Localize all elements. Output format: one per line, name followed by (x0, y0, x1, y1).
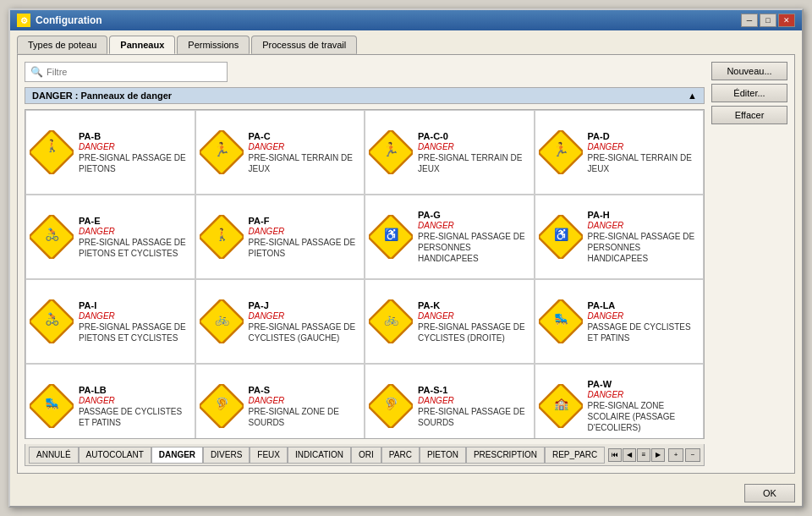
svg-text:🚲: 🚲 (384, 312, 399, 327)
svg-text:🚲: 🚲 (214, 312, 229, 327)
right-panel: Nouveau... Éditer... Effacer (711, 62, 787, 466)
sign-category: DANGER (79, 396, 191, 405)
sign-code: PA-J (249, 300, 361, 310)
list-item[interactable]: 🚲 PA-J DANGER PRE-SIGNAL PASSAGE DE CYCL… (195, 279, 365, 364)
tab-divers[interactable]: DIVERS (203, 447, 250, 464)
sign-image-PA-I: 🚴 (30, 299, 74, 343)
new-button[interactable]: Nouveau... (711, 62, 787, 80)
svg-text:🦻: 🦻 (384, 397, 399, 411)
grid-wrapper: 🚶 PA-B DANGER PRE-SIGNAL PASSAGE DE PIET… (25, 109, 705, 439)
sign-desc: PRE-SIGNAL PASSAGE DE PIETONS (79, 152, 191, 174)
ok-button[interactable]: OK (744, 484, 795, 502)
tab-prescription[interactable]: PRESCRIPTION (466, 447, 545, 464)
sign-category: DANGER (418, 311, 530, 321)
category-title: DANGER : Panneaux de danger (32, 91, 172, 101)
tab-prev-button[interactable]: ◀ (623, 448, 636, 462)
sign-category: DANGER (249, 311, 361, 321)
tab-remove-button[interactable]: − (685, 448, 700, 462)
sign-image-PA-S: 🦻 (200, 384, 244, 428)
sign-desc: PRE-SIGNAL PASSAGE DE PIETONS (249, 237, 361, 259)
svg-text:🚴: 🚴 (45, 312, 60, 327)
sign-code: PA-D (588, 131, 700, 141)
sign-info-PA-S-1: PA-S-1 DANGER PRE-SIGNAL PASSAGE DE SOUR… (418, 385, 530, 428)
sign-image-PA-LA: 🛼 (539, 299, 583, 343)
tab-bar: Types de poteau Panneaux Permissions Pro… (17, 36, 795, 54)
tab-first-button[interactable]: ⏮ (608, 448, 622, 462)
sign-code: PA-G (418, 210, 530, 220)
svg-text:🏫: 🏫 (553, 397, 568, 411)
collapse-icon[interactable]: ▲ (688, 91, 697, 101)
close-button[interactable]: ✕ (778, 14, 795, 27)
list-item[interactable]: 🚴 PA-E DANGER PRE-SIGNAL PASSAGE DE PIET… (25, 195, 195, 279)
sign-desc: PRE-SIGNAL PASSAGE DE SOURDS (418, 406, 530, 428)
tab-rep-parc[interactable]: REP_PARC (545, 447, 605, 464)
list-item[interactable]: 🚶 PA-B DANGER PRE-SIGNAL PASSAGE DE PIET… (25, 110, 195, 195)
list-item[interactable]: 🏃 PA-D DANGER PRE-SIGNAL TERRAIN DE JEUX (535, 110, 705, 195)
sign-info-PA-B: PA-B DANGER PRE-SIGNAL PASSAGE DE PIETON… (79, 131, 191, 174)
tab-processus-de-travail[interactable]: Processus de travail (251, 36, 357, 54)
list-item[interactable]: 🚶 PA-F DANGER PRE-SIGNAL PASSAGE DE PIET… (195, 195, 365, 279)
sign-info-PA-G: PA-G DANGER PRE-SIGNAL PASSAGE DE PERSON… (418, 210, 530, 264)
tab-autocolant[interactable]: AUTOCOLANT (79, 447, 151, 464)
list-item[interactable]: 🏃 PA-C-0 DANGER PRE-SIGNAL TERRAIN DE JE… (365, 110, 535, 195)
list-item[interactable]: 🦻 PA-S DANGER PRE-SIGNAL ZONE DE SOURDS (195, 364, 365, 439)
sign-desc: PRE-SIGNAL TERRAIN DE JEUX (588, 152, 700, 174)
tab-indication[interactable]: INDICATION (288, 447, 351, 464)
sign-desc: PRE-SIGNAL PASSAGE DE PIETONS ET CYCLIST… (79, 237, 191, 259)
sign-image-PA-B: 🚶 (30, 130, 74, 174)
sign-info-PA-F: PA-F DANGER PRE-SIGNAL PASSAGE DE PIETON… (249, 216, 361, 259)
svg-rect-0 (30, 130, 74, 174)
tab-parc[interactable]: PARC (381, 447, 420, 464)
sign-info-PA-I: PA-I DANGER PRE-SIGNAL PASSAGE DE PIETON… (79, 300, 191, 343)
tab-ori[interactable]: ORI (351, 447, 381, 464)
sign-info-PA-C-0: PA-C-0 DANGER PRE-SIGNAL TERRAIN DE JEUX (418, 131, 530, 174)
svg-text:🦻: 🦻 (214, 397, 229, 411)
sign-info-PA-W: PA-W DANGER PRE-SIGNAL ZONE SCOLAIRE (PA… (588, 379, 700, 433)
tab-list-button[interactable]: ≡ (637, 448, 650, 462)
category-header: DANGER : Panneaux de danger ▲ (25, 87, 705, 104)
title-bar: ⚙ Configuration ─ □ ✕ (10, 10, 802, 30)
delete-button[interactable]: Effacer (711, 106, 787, 124)
list-item[interactable]: 🛼 PA-LB DANGER PASSAGE DE CYCLISTES ET P… (25, 364, 195, 439)
list-item[interactable]: 🏫 PA-W DANGER PRE-SIGNAL ZONE SCOLAIRE (… (535, 364, 705, 439)
list-item[interactable]: 🏃 PA-C DANGER PRE-SIGNAL TERRAIN DE JEUX (195, 110, 365, 195)
sign-desc: PRE-SIGNAL TERRAIN DE JEUX (418, 152, 530, 174)
svg-text:🚴: 🚴 (45, 228, 60, 242)
list-item[interactable]: 🚴 PA-I DANGER PRE-SIGNAL PASSAGE DE PIET… (25, 279, 195, 364)
sign-code: PA-B (79, 131, 191, 141)
tab-pieton[interactable]: PIETON (420, 447, 466, 464)
app-icon: ⚙ (17, 14, 30, 27)
sign-category: DANGER (418, 396, 530, 405)
tab-annule[interactable]: ANNULÉ (29, 447, 79, 464)
minimize-button[interactable]: ─ (741, 14, 758, 27)
tab-permissions[interactable]: Permissions (177, 36, 250, 54)
tab-panneaux[interactable]: Panneaux (109, 36, 175, 54)
sign-code: PA-W (588, 379, 700, 389)
tab-feux[interactable]: FEUX (250, 447, 288, 464)
main-panel: 🔍 DANGER : Panneaux de danger ▲ (17, 54, 795, 474)
title-bar-controls: ─ □ ✕ (741, 14, 795, 27)
list-item[interactable]: ♿ PA-G DANGER PRE-SIGNAL PASSAGE DE PERS… (365, 195, 535, 279)
tab-add-button[interactable]: + (668, 448, 683, 462)
tab-types-de-poteau[interactable]: Types de poteau (17, 36, 107, 54)
sign-code: PA-LB (79, 385, 191, 395)
tab-danger[interactable]: DANGER (151, 447, 203, 464)
edit-button[interactable]: Éditer... (711, 84, 787, 102)
search-input[interactable] (47, 67, 222, 77)
sign-category: DANGER (588, 390, 700, 399)
list-item[interactable]: 🦻 PA-S-1 DANGER PRE-SIGNAL PASSAGE DE SO… (365, 364, 535, 439)
title-bar-left: ⚙ Configuration (17, 14, 102, 27)
list-item[interactable]: 🛼 PA-LA DANGER PASSAGE DE CYCLISTES ET P… (535, 279, 705, 364)
sign-code: PA-C-0 (418, 131, 530, 141)
maximize-button[interactable]: □ (760, 14, 776, 27)
sign-category: DANGER (588, 142, 700, 151)
sign-desc: PRE-SIGNAL ZONE DE SOURDS (249, 406, 361, 428)
svg-text:🏃: 🏃 (552, 141, 569, 157)
sign-desc: PASSAGE DE CYCLISTES ET PATINS (79, 406, 191, 428)
sign-category: DANGER (79, 311, 191, 321)
search-icon: 🔍 (30, 66, 43, 78)
list-item[interactable]: 🚲 PA-K DANGER PRE-SIGNAL PASSAGE DE CYCL… (365, 279, 535, 364)
sign-image-PA-K: 🚲 (369, 299, 413, 343)
list-item[interactable]: ♿ PA-H DANGER PRE-SIGNAL PASSAGE DE PERS… (535, 195, 705, 279)
tab-next-button[interactable]: ▶ (651, 448, 665, 462)
